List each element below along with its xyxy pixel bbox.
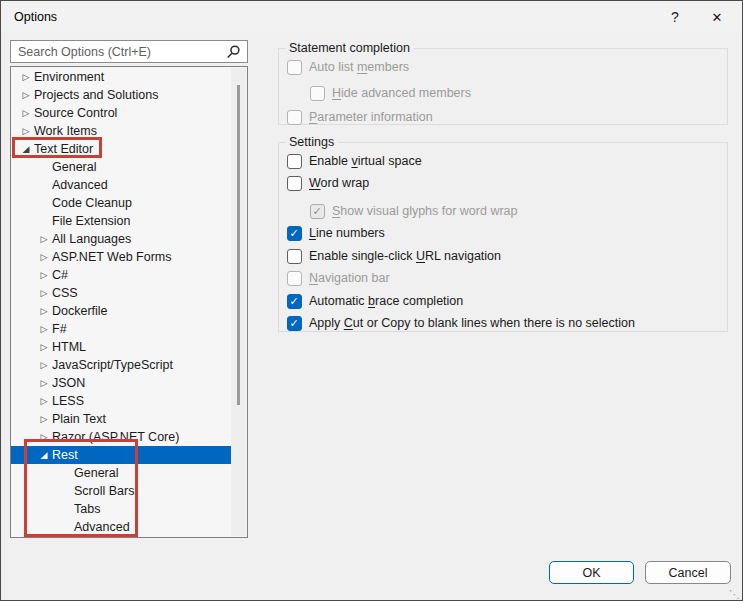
tree-item-projects-and-solutions[interactable]: ▷Projects and Solutions <box>11 86 231 104</box>
cancel-button[interactable]: Cancel <box>645 561 731 584</box>
chevron-right-icon[interactable]: ▷ <box>37 234 51 244</box>
checkbox-icon[interactable] <box>287 271 302 286</box>
triangle-expanded-icon[interactable]: ◢ <box>37 450 51 460</box>
chevron-right-icon[interactable]: ▷ <box>19 126 33 136</box>
checkbox-icon[interactable] <box>287 60 302 75</box>
settings-group: Settings Enable virtual space Word wrap … <box>278 142 728 332</box>
checkbox-parameter-information[interactable]: Parameter information <box>287 107 727 127</box>
resize-grip[interactable]: ⋱ <box>729 589 740 599</box>
chevron-right-icon[interactable]: ▷ <box>37 396 51 406</box>
checkbox-icon[interactable] <box>287 110 302 125</box>
checkbox-icon[interactable] <box>287 154 302 169</box>
chevron-right-icon[interactable]: ▷ <box>37 360 51 370</box>
tree-item-code-cleanup[interactable]: Code Cleanup <box>11 194 231 212</box>
chevron-right-icon[interactable]: ▷ <box>37 414 51 424</box>
window-title: Options <box>14 10 57 24</box>
tree-item-general[interactable]: General <box>11 158 231 176</box>
tree-item-all-languages[interactable]: ▷All Languages <box>11 230 231 248</box>
checkbox-line-numbers[interactable]: Line numbers <box>287 223 727 243</box>
tree-scrollbar-thumb[interactable] <box>237 85 240 405</box>
checkbox-show-visual-glyphs[interactable]: Show visual glyphs for word wrap <box>310 201 727 221</box>
checkbox-apply-cut-copy-blank-lines[interactable]: Apply Cut or Copy to blank lines when th… <box>287 313 727 333</box>
chevron-right-icon[interactable]: ▷ <box>37 378 51 388</box>
chevron-right-icon[interactable]: ▷ <box>19 108 33 118</box>
tree-item-css[interactable]: ▷CSS <box>11 284 231 302</box>
tree-item-fsharp[interactable]: ▷F# <box>11 320 231 338</box>
ok-button[interactable]: OK <box>549 561 634 584</box>
chevron-right-icon[interactable]: ▷ <box>37 270 51 280</box>
chevron-right-icon[interactable]: ▷ <box>37 342 51 352</box>
checkbox-automatic-brace-completion[interactable]: Automatic brace completion <box>287 291 727 311</box>
tree-item-environment[interactable]: ▷Environment <box>11 68 231 86</box>
checkbox-hide-advanced-members[interactable]: Hide advanced members <box>310 83 727 103</box>
tree-item-less[interactable]: ▷LESS <box>11 392 231 410</box>
tree-item-file-extension[interactable]: File Extension <box>11 212 231 230</box>
tree-item-html[interactable]: ▷HTML <box>11 338 231 356</box>
tree-item-razor-aspnet-core[interactable]: ▷Razor (ASP.NET Core) <box>11 428 231 446</box>
tree-item-work-items[interactable]: ▷Work Items <box>11 122 231 140</box>
tree-item-json[interactable]: ▷JSON <box>11 374 231 392</box>
options-tree: ▷Environment ▷Projects and Solutions ▷So… <box>10 66 248 538</box>
tree-item-rest-scroll-bars[interactable]: Scroll Bars <box>11 482 231 500</box>
options-dialog: Options ? ✕ ▷Environment ▷Projects and S… <box>0 0 743 601</box>
chevron-right-icon[interactable]: ▷ <box>37 288 51 298</box>
help-button[interactable]: ? <box>659 5 691 29</box>
search-input[interactable] <box>10 40 248 63</box>
statement-completion-group: Statement completion Auto list members H… <box>278 48 728 125</box>
tree-item-aspnet-web-forms[interactable]: ▷ASP.NET Web Forms <box>11 248 231 266</box>
tree-item-rest-general[interactable]: General <box>11 464 231 482</box>
tree-scrollbar-track[interactable] <box>231 68 246 536</box>
tree-item-rest-tabs[interactable]: Tabs <box>11 500 231 518</box>
close-icon: ✕ <box>712 10 723 25</box>
search-icon[interactable] <box>226 44 241 59</box>
tree-item-rest[interactable]: ◢Rest <box>11 446 231 464</box>
tree-item-csharp[interactable]: ▷C# <box>11 266 231 284</box>
search-box <box>10 40 248 63</box>
tree-item-plain-text[interactable]: ▷Plain Text <box>11 410 231 428</box>
chevron-right-icon[interactable]: ▷ <box>19 72 33 82</box>
checkbox-checked-icon[interactable] <box>287 316 302 331</box>
chevron-right-icon[interactable]: ▷ <box>37 324 51 334</box>
tree-item-text-editor[interactable]: ◢Text Editor <box>11 140 231 158</box>
checkbox-navigation-bar[interactable]: Navigation bar <box>287 268 727 288</box>
tree-item-javascript-typescript[interactable]: ▷JavaScript/TypeScript <box>11 356 231 374</box>
checkbox-icon[interactable] <box>287 176 302 191</box>
tree-item-advanced[interactable]: Advanced <box>11 176 231 194</box>
triangle-expanded-icon[interactable]: ◢ <box>19 144 33 154</box>
chevron-right-icon[interactable]: ▷ <box>37 252 51 262</box>
checkbox-checked-icon[interactable] <box>287 294 302 309</box>
help-icon: ? <box>671 9 679 25</box>
checkbox-checked-icon[interactable] <box>287 226 302 241</box>
tree-item-dockerfile[interactable]: ▷Dockerfile <box>11 302 231 320</box>
checkbox-word-wrap[interactable]: Word wrap <box>287 173 727 193</box>
checkbox-auto-list-members[interactable]: Auto list members <box>287 57 727 77</box>
title-bar: Options ? ✕ <box>1 1 742 32</box>
tree-item-source-control[interactable]: ▷Source Control <box>11 104 231 122</box>
group-title: Statement completion <box>285 41 414 55</box>
checkbox-icon[interactable] <box>310 86 325 101</box>
checkbox-icon[interactable] <box>287 249 302 264</box>
group-title: Settings <box>285 135 338 149</box>
tree-item-rest-advanced[interactable]: Advanced <box>11 518 231 536</box>
chevron-right-icon[interactable]: ▷ <box>19 90 33 100</box>
checkbox-single-click-url[interactable]: Enable single-click URL navigation <box>287 246 727 266</box>
checkbox-enable-virtual-space[interactable]: Enable virtual space <box>287 151 727 171</box>
chevron-right-icon[interactable]: ▷ <box>37 432 51 442</box>
checkbox-checked-icon[interactable] <box>310 204 325 219</box>
tree-rows: ▷Environment ▷Projects and Solutions ▷So… <box>11 68 231 536</box>
close-button[interactable]: ✕ <box>701 5 733 29</box>
chevron-right-icon[interactable]: ▷ <box>37 306 51 316</box>
